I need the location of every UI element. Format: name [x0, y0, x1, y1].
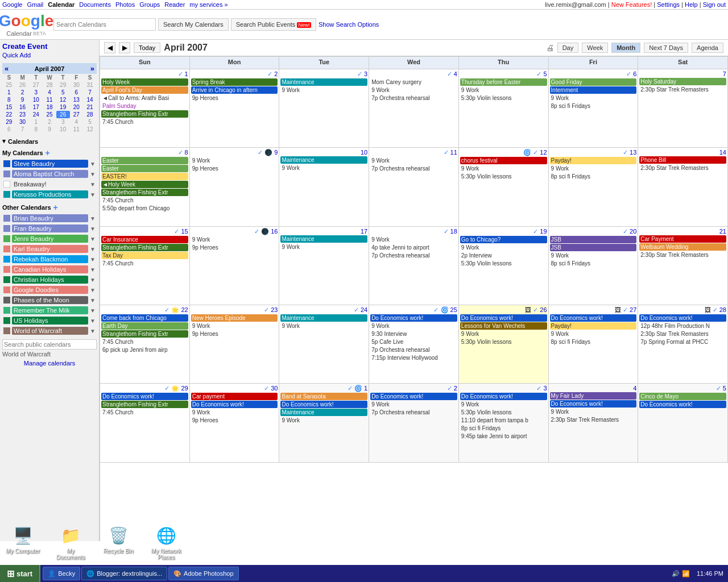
event-internment[interactable]: Internment: [550, 86, 637, 94]
mini-day[interactable]: 3: [29, 89, 43, 96]
day-number[interactable]: ✓ 5: [460, 70, 547, 78]
event-star-trek-14[interactable]: 2:30p Star Trek Remasters: [639, 164, 726, 172]
calendar-item-wow[interactable]: World of Warcraft ▼: [2, 326, 97, 336]
calendar-arrow-karl[interactable]: ▼: [90, 246, 96, 252]
event-orchestra-may2[interactable]: 7p Orchestra rehearsal: [370, 409, 457, 416]
calendar-checkbox-jenni[interactable]: [3, 235, 10, 242]
mini-day[interactable]: 25: [2, 81, 16, 89]
event-9work-30[interactable]: 9 Work: [191, 409, 278, 416]
day-number[interactable]: 🌀 ✓ 12: [460, 149, 547, 156]
event-phone-bill[interactable]: Phone Bill: [639, 156, 726, 164]
day-number[interactable]: ✓ 4: [370, 70, 457, 78]
mini-day[interactable]: 14: [83, 96, 97, 103]
event-maintenance-24[interactable]: Maintenance: [280, 314, 367, 322]
calendar-arrow-aloma[interactable]: ▼: [90, 171, 96, 177]
event-maintenance-10[interactable]: Maintenance: [280, 156, 367, 164]
mini-day[interactable]: 8: [29, 126, 43, 133]
mini-day[interactable]: 27: [29, 81, 43, 89]
calendar-item-jenni[interactable]: Jenni Beaudry ▼: [2, 234, 97, 244]
day-number[interactable]: ✓ 13: [550, 149, 637, 156]
calendar-arrow-phases[interactable]: ▼: [90, 297, 96, 304]
event-strangleth-22[interactable]: Stranglethorn Fishing Extr: [101, 330, 188, 338]
event-strangleth-29[interactable]: Stranglethorn Fishing Extr: [101, 401, 188, 408]
event-jenni-airport-may3[interactable]: 9:45p take Jenni to airport: [460, 433, 547, 440]
create-event-link[interactable]: Create Event: [2, 42, 97, 51]
event-welbaum-wedding[interactable]: Welbaum Wedding: [639, 243, 726, 251]
nav-documents[interactable]: Documents: [79, 1, 111, 8]
event-arrive-chicago[interactable]: Arrive in Chicago in aftern: [191, 86, 278, 94]
day-number[interactable]: ✓ 18: [370, 228, 457, 235]
day-number[interactable]: ✓ 1: [101, 70, 188, 78]
event-9work-17[interactable]: 9 Work: [280, 243, 367, 251]
event-do-econ-27[interactable]: Do Economics work!: [550, 314, 637, 322]
search-input[interactable]: [53, 18, 156, 31]
mini-day[interactable]: 17: [29, 103, 43, 111]
event-9work-20[interactable]: 9 Work: [550, 252, 637, 259]
calendar-item-rebekah[interactable]: Rebekah Blackmon ▼: [2, 254, 97, 264]
day-number[interactable]: ✓ 8: [101, 149, 188, 156]
event-lessons-van[interactable]: Lessons for Van Wechels: [460, 322, 547, 330]
event-payday-13[interactable]: Payday!: [550, 157, 637, 164]
event-violin-may3[interactable]: 5:30p Violin lessons: [460, 409, 547, 416]
mini-day[interactable]: 24: [29, 111, 43, 118]
mini-cal-next[interactable]: »: [90, 64, 94, 73]
calendar-checkbox-aloma[interactable]: [3, 171, 10, 177]
event-go-chicago[interactable]: Go to Chicago?: [460, 236, 547, 243]
event-9work-24[interactable]: 9 Work: [280, 322, 367, 330]
calendar-item-phases[interactable]: Phases of the Moon ▼: [2, 295, 97, 305]
event-easter-2[interactable]: Easter: [101, 165, 188, 172]
event-jsb-20a[interactable]: JSB: [550, 236, 637, 243]
nav-google[interactable]: Google: [2, 1, 22, 8]
mini-day[interactable]: 1: [2, 89, 16, 96]
event-scifi-13[interactable]: 8p sci fi Fridays: [550, 173, 637, 180]
taskbar-item-blogger[interactable]: 🌐 Blogger: dextrolinguis...: [81, 567, 167, 580]
calendar-checkbox-phases[interactable]: [3, 297, 10, 304]
calendar-item-brian[interactable]: Brian Beaudry ▼: [2, 213, 97, 223]
calendar-arrow-christian[interactable]: ▼: [90, 277, 96, 283]
event-violin-12[interactable]: 5:30p Violin lessons: [460, 173, 547, 180]
event-scifi-6[interactable]: 8p sci fi Fridays: [550, 102, 637, 110]
mini-day[interactable]: 5: [56, 89, 70, 96]
mini-day[interactable]: 21: [83, 103, 97, 111]
event-do-econ-may1[interactable]: Do Economics work!: [280, 401, 367, 408]
event-church-29[interactable]: 7:45 Church: [101, 409, 188, 416]
event-9work-27[interactable]: 9 Work: [550, 330, 637, 338]
mini-cal-prev[interactable]: «: [5, 64, 9, 73]
mini-day[interactable]: 2: [16, 89, 30, 96]
mini-day[interactable]: 18: [43, 103, 56, 111]
calendar-item-steve[interactable]: Steve Beaudry ▼: [2, 159, 97, 169]
desktop-icon-network[interactable]: 🌐 My Network Places: [148, 525, 184, 560]
event-scifi-may3[interactable]: 8p sci fi Fridays: [460, 425, 547, 432]
event-9work-13[interactable]: 9 Work: [550, 165, 637, 172]
mini-day[interactable]: 9: [16, 96, 30, 103]
event-church-8[interactable]: 7:45 Church: [101, 197, 188, 204]
month-view-button[interactable]: Month: [611, 43, 640, 53]
event-do-econ-25[interactable]: Do Economics work!: [370, 314, 457, 322]
event-9work-may2[interactable]: 9 Work: [370, 401, 457, 408]
calendar-item-us-holidays[interactable]: US Holidays ▼: [2, 315, 97, 326]
event-church-745[interactable]: 7:45 Church: [101, 118, 188, 126]
event-maintenance-1[interactable]: Maintenance: [280, 78, 367, 86]
day-view-button[interactable]: Day: [557, 43, 579, 53]
event-april-fools[interactable]: April Fool's Day: [101, 86, 188, 94]
event-violin-19[interactable]: 5:30p Violin lessons: [460, 260, 547, 267]
mini-day[interactable]: 31: [83, 81, 97, 89]
calendar-arrow-fran[interactable]: ▼: [90, 226, 96, 232]
mini-day[interactable]: 3: [56, 118, 70, 126]
calendar-arrow-jenni[interactable]: ▼: [90, 236, 96, 242]
event-9work-9[interactable]: 9 Work: [191, 157, 278, 164]
event-9work-4[interactable]: 9 Work: [370, 86, 457, 94]
day-number[interactable]: ✓ 11: [370, 149, 457, 156]
mini-day[interactable]: 11: [70, 126, 84, 133]
mini-day[interactable]: 11: [43, 96, 56, 103]
calendar-arrow-steve[interactable]: ▼: [90, 161, 96, 167]
day-number[interactable]: ✓ 🌟 22: [101, 306, 188, 314]
calendar-checkbox-christian[interactable]: [3, 276, 10, 283]
event-jenni-airport[interactable]: 4p take Jenni to airport: [370, 244, 457, 251]
desktop-icon-recycle[interactable]: 🗑️ Recycle Bin: [100, 525, 136, 560]
event-9work-may3[interactable]: 9 Work: [460, 401, 547, 408]
show-search-options-link[interactable]: Show Search Options: [318, 21, 379, 28]
mini-day[interactable]: 4: [43, 89, 56, 96]
mini-day[interactable]: 29: [56, 81, 70, 89]
day-number[interactable]: 🖼 ✓ 26: [460, 306, 547, 314]
